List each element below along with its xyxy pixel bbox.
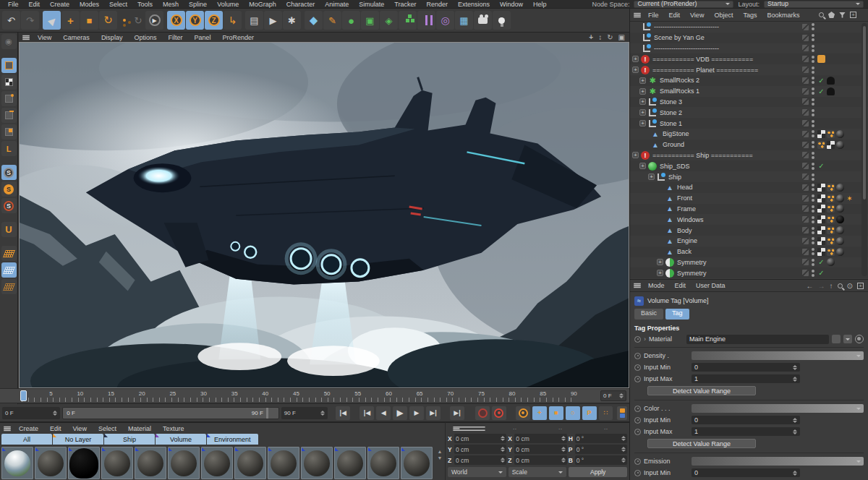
scale-tool[interactable]: ■ — [80, 11, 98, 30]
material-thumbnail[interactable] — [334, 447, 366, 479]
layer-tab-all[interactable]: All — [1, 434, 52, 445]
stepper-icon[interactable] — [793, 377, 797, 382]
visibility-dots[interactable] — [812, 87, 814, 95]
object-row[interactable]: ------------------------------ — [630, 43, 868, 54]
material-tag-icon[interactable] — [836, 237, 844, 245]
expand-toggle[interactable]: + — [632, 67, 639, 73]
layer-chip[interactable] — [802, 24, 809, 30]
enabled-check-icon[interactable]: ✓ — [817, 258, 825, 266]
last-rotate-tool[interactable]: ↻ — [132, 11, 145, 30]
object-row[interactable]: +Ship — [630, 171, 868, 182]
material-tag-icon[interactable] — [836, 141, 844, 149]
view-pan-icon[interactable]: + — [589, 33, 593, 41]
stepper-icon[interactable] — [793, 365, 797, 370]
lock-z-axis-button[interactable]: Z — [205, 11, 223, 30]
viewport-menu-item[interactable]: Filter — [162, 34, 188, 41]
light-button[interactable] — [493, 11, 511, 30]
record-button[interactable] — [475, 406, 490, 420]
uvw-tag-icon[interactable] — [817, 184, 825, 192]
prev-frame-button[interactable]: ◀ — [376, 406, 391, 420]
material-thumbnail[interactable] — [101, 447, 133, 479]
lock-workplane-button[interactable] — [1, 262, 17, 278]
layer-chip[interactable] — [802, 205, 809, 212]
main-menu-item[interactable]: Animate — [320, 1, 354, 8]
phong-tag-icon[interactable] — [827, 184, 835, 192]
stepper-icon[interactable] — [501, 436, 505, 441]
uvw-tag-icon[interactable] — [817, 226, 825, 234]
visibility-dots[interactable] — [812, 109, 814, 116]
main-menu-item[interactable]: Render — [421, 1, 453, 8]
viewport-menu-item[interactable]: ProRender — [216, 34, 260, 41]
main-menu-item[interactable]: Modes — [75, 1, 104, 8]
render-to-picture-viewer-button[interactable]: ▶ — [264, 11, 282, 30]
link-dropdown-icon[interactable] — [843, 335, 852, 343]
pin-mode-button[interactable]: ◉ — [1, 34, 17, 49]
apply-button[interactable]: Apply — [569, 467, 627, 477]
object-row[interactable]: Scene by Yan Ge — [630, 33, 868, 43]
stepper-icon[interactable] — [561, 458, 566, 463]
object-row[interactable]: +!=========== VDB =========== — [630, 53, 868, 64]
material-menu-icon[interactable] — [4, 426, 11, 430]
play-button[interactable]: ▶ — [393, 406, 407, 420]
anim-dot-icon[interactable] — [634, 417, 641, 424]
attribute-menu-item[interactable]: User Data — [691, 282, 731, 289]
detect-value-range-button[interactable]: Detect Value Range — [647, 439, 756, 448]
stepper-icon[interactable] — [793, 429, 797, 434]
timeline-ruler[interactable]: 051015202530354045505560657075808590 0 F — [0, 388, 629, 403]
object-row[interactable]: ▲Engine — [630, 236, 868, 247]
coordinate-space-dropdown[interactable]: World — [448, 467, 506, 477]
axis-mode-button[interactable]: L — [1, 141, 17, 156]
move-tool[interactable]: + — [61, 11, 80, 30]
tab-basic[interactable]: Basic — [634, 309, 663, 320]
visibility-dots[interactable] — [812, 34, 814, 41]
expand-toggle[interactable]: + — [639, 120, 646, 127]
object-row[interactable]: +✱SmallRocks 2✓ — [630, 75, 868, 86]
object-tree-scrollbar[interactable] — [861, 23, 867, 276]
expand-toggle[interactable]: + — [639, 163, 646, 169]
layer-chip[interactable] — [802, 259, 809, 265]
pos-y-field[interactable]: 0 cm — [454, 445, 506, 454]
visibility-dots[interactable] — [812, 248, 814, 255]
main-menu-item[interactable]: Mesh — [158, 1, 184, 8]
texture-mode-button[interactable] — [1, 74, 17, 90]
size-z-field[interactable]: 0 cm — [514, 455, 566, 465]
stepper-icon[interactable] — [501, 447, 505, 452]
view-dolly-icon[interactable]: ↕ — [598, 33, 602, 41]
layer-chip[interactable] — [802, 173, 809, 180]
main-menu-item[interactable]: Edit — [24, 1, 46, 8]
material-tag-icon[interactable] — [836, 226, 844, 234]
input-min-field[interactable]: 0 — [692, 416, 800, 424]
visibility-dots[interactable] — [812, 141, 814, 148]
visibility-dots[interactable] — [812, 270, 814, 277]
size-mode-dropdown[interactable]: Scale — [509, 467, 567, 477]
visibility-dots[interactable] — [812, 227, 814, 234]
material-thumbnail[interactable] — [35, 447, 67, 479]
material-thumbnail[interactable] — [268, 447, 299, 479]
view-orbit-icon[interactable]: ↻ — [607, 33, 613, 41]
instance-button[interactable]: ▣ — [361, 11, 379, 30]
object-row[interactable]: ▲Head — [630, 182, 868, 193]
render-settings-button[interactable]: ✱ — [283, 11, 301, 30]
render-view-button[interactable]: ▤ — [245, 11, 263, 30]
pos-x-field[interactable]: 0 cm — [454, 434, 506, 443]
lock-x-axis-button[interactable]: X — [167, 11, 185, 30]
material-menu-item[interactable]: View — [67, 425, 93, 432]
material-tag-icon[interactable] — [836, 194, 844, 202]
material-menu-item[interactable]: Material — [122, 425, 157, 432]
expand-toggle[interactable]: + — [657, 259, 663, 265]
preview-range-slider[interactable]: 0 F90 F — [62, 407, 279, 419]
snap-tool-button[interactable]: S — [1, 181, 17, 197]
undo-button[interactable]: ↶ — [2, 11, 20, 30]
key-parameter-toggle[interactable]: P — [582, 406, 597, 420]
anim-dot-icon[interactable] — [634, 364, 641, 371]
object-row[interactable]: ▲BigStone — [630, 129, 868, 140]
visibility-dots[interactable] — [812, 163, 814, 170]
attribute-menu-item[interactable]: Edit — [670, 282, 692, 289]
subdivision-surface-button[interactable]: ● — [342, 11, 360, 30]
magnet-snap-button[interactable]: U — [1, 222, 17, 237]
material-thumbnail[interactable] — [367, 447, 399, 479]
object-row[interactable]: ▲Body — [630, 225, 868, 236]
floor-button[interactable]: ▦ — [455, 11, 473, 30]
stepper-icon[interactable] — [621, 458, 626, 463]
keyframe-selection-button[interactable] — [516, 406, 530, 420]
